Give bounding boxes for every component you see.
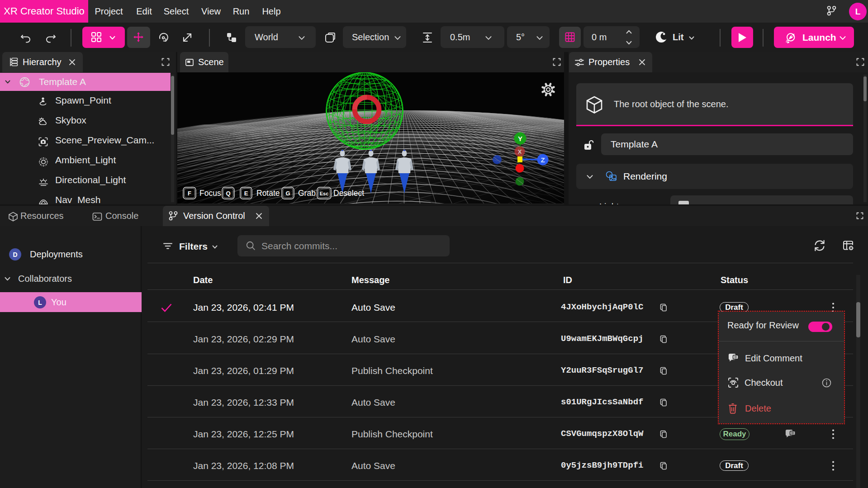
svg-text:Grab: Grab xyxy=(298,189,316,198)
svg-text:Deselect: Deselect xyxy=(333,189,364,198)
svg-text:Q: Q xyxy=(226,190,230,197)
svg-text:Y: Y xyxy=(518,135,522,142)
svg-text:X: X xyxy=(518,148,522,155)
svg-text:F: F xyxy=(188,190,191,197)
svg-text:Esc: Esc xyxy=(320,191,329,196)
svg-text:Z: Z xyxy=(541,156,545,164)
svg-text:E: E xyxy=(244,190,248,197)
svg-text:G: G xyxy=(285,190,290,197)
svg-text:Rotate: Rotate xyxy=(256,189,280,198)
svg-text:Focus: Focus xyxy=(199,189,221,198)
